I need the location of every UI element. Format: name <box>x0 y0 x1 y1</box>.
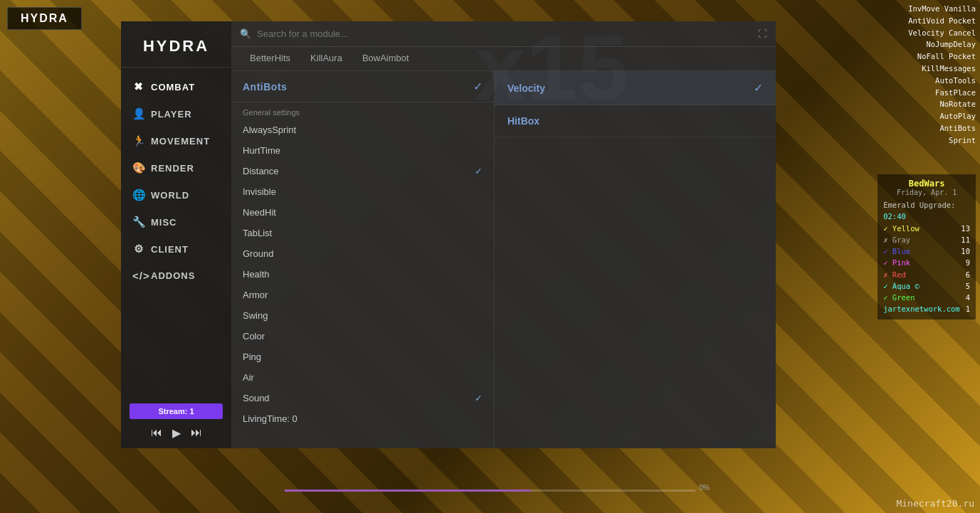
setting-label: LivingTime: 0 <box>243 413 297 424</box>
search-bar: 🔍 ⛶ <box>231 21 776 47</box>
scoreboard-emerald: Emerald Upgrade: <box>883 199 970 211</box>
setting-label: Ping <box>243 351 261 362</box>
setting-label: Color <box>243 331 265 342</box>
tab-betterhits[interactable]: BetterHits <box>240 47 300 70</box>
setting-label: Distance <box>243 166 279 176</box>
score-gray-val: 11 <box>961 234 970 245</box>
sidebar-item-combat[interactable]: ✖ COMBAT <box>121 73 231 100</box>
setting-ground[interactable]: Ground <box>231 243 494 264</box>
hud-velocity: Velocity Cancel <box>906 27 976 39</box>
setting-color[interactable]: Color <box>231 326 494 347</box>
setting-health[interactable]: Health <box>231 264 494 285</box>
setting-ping[interactable]: Ping <box>231 347 494 367</box>
setting-alwayssprint[interactable]: AlwaysSprint <box>231 120 494 140</box>
scoreboard-green: ✓ Green 4 <box>883 292 970 303</box>
sidebar-item-world[interactable]: 🌐 WORLD <box>121 181 231 208</box>
hud-right: InvMove Vanilla AntiVoid Pocket Velocity… <box>902 0 980 149</box>
sidebar-bottom: Stream: 1 ⏮ ▶ ⏭ <box>121 395 231 448</box>
score-yellow-name: ✓ Yellow <box>883 223 920 234</box>
media-play-button[interactable]: ▶ <box>172 426 181 440</box>
modules-list: Velocity ✓ HitBox <box>495 71 776 448</box>
score-green-name: ✓ Green <box>883 292 915 303</box>
scoreboard-gray: ✗ Gray 11 <box>883 234 970 245</box>
media-prev-button[interactable]: ⏮ <box>151 426 162 440</box>
score-aqua-val: 5 <box>966 280 970 292</box>
scoreboard-pink: ✓ Pink 9 <box>883 257 970 268</box>
antibots-title: AntiBots <box>243 81 287 92</box>
sidebar-item-client[interactable]: ⚙ CLIENT <box>121 236 231 263</box>
sidebar-item-player[interactable]: 👤 PLAYER <box>121 100 231 127</box>
hud-invmove: InvMove Vanilla <box>906 3 976 15</box>
sidebar-item-render[interactable]: 🎨 RENDER <box>121 154 231 181</box>
setting-invisible[interactable]: Invisible <box>231 181 494 202</box>
search-icon: 🔍 <box>240 28 251 39</box>
hud-autoplay: AutoPlay <box>906 110 976 122</box>
sidebar-item-label-render: RENDER <box>151 163 194 174</box>
progress-bar-container: 0% <box>285 490 695 492</box>
scoreboard-title: BedWars <box>883 179 970 189</box>
module-velocity[interactable]: Velocity ✓ <box>495 71 776 105</box>
scoreboard: BedWars Friday, Apr. 1 Emerald Upgrade: … <box>878 174 976 319</box>
scoreboard-blue: ✓ Blue 10 <box>883 245 970 257</box>
setting-label: Invisible <box>243 186 276 197</box>
progress-label: 0% <box>700 484 710 492</box>
setting-hurttime[interactable]: HurtTime <box>231 140 494 161</box>
main-panel: HYDRA ✖ COMBAT 👤 PLAYER 🏃 MOVEMENT 🎨 REN… <box>121 21 776 448</box>
scoreboard-emerald-timer: 02:40 <box>883 211 970 222</box>
score-gray-name: ✗ Gray <box>883 234 910 245</box>
module-hitbox-title: HitBox <box>507 115 539 127</box>
tab-killaura[interactable]: KillAura <box>300 47 352 70</box>
setting-sound[interactable]: Sound ✓ <box>231 388 494 408</box>
module-hitbox[interactable]: HitBox <box>495 105 776 137</box>
sound-check: ✓ <box>475 393 483 403</box>
media-next-button[interactable]: ⏭ <box>191 426 202 440</box>
hud-antivoid: AntiVoid Pocket <box>906 15 976 27</box>
sidebar-item-label-movement: MOVEMENT <box>151 136 210 147</box>
score-yellow-val: 13 <box>961 223 970 234</box>
sidebar-item-misc[interactable]: 🔧 MISC <box>121 208 231 236</box>
hud-nofall: NoFall Pocket <box>906 51 976 63</box>
setting-label: Sound <box>243 393 270 403</box>
setting-label: TabList <box>243 228 272 238</box>
setting-label: HurtTime <box>243 145 280 156</box>
setting-label: AlwaysSprint <box>243 125 296 135</box>
movement-icon: 🏃 <box>132 134 145 147</box>
setting-armor[interactable]: Armor <box>231 285 494 305</box>
addons-icon: </> <box>132 270 145 282</box>
sidebar-item-label-misc: MISC <box>151 217 177 228</box>
setting-label: NeedHit <box>243 207 276 218</box>
sidebar-item-label-client: CLIENT <box>151 244 189 255</box>
sidebar-logo: HYDRA <box>121 28 231 68</box>
score-red-val: 6 <box>966 269 970 280</box>
setting-livingtime[interactable]: LivingTime: 0 <box>231 408 494 429</box>
player-icon: 👤 <box>132 107 145 120</box>
mc-footer: Minecraft20.ru <box>896 498 974 509</box>
server-val: 1 <box>966 303 970 314</box>
setting-label: Ground <box>243 248 273 259</box>
search-input[interactable] <box>257 28 752 39</box>
sidebar: HYDRA ✖ COMBAT 👤 PLAYER 🏃 MOVEMENT 🎨 REN… <box>121 21 231 448</box>
module-tabs: BetterHits KillAura BowAimbot <box>231 47 776 71</box>
setting-distance[interactable]: Distance ✓ <box>231 161 494 181</box>
hud-killmessages: KillMessages <box>906 63 976 75</box>
scoreboard-aqua: ✓ Aqua © 5 <box>883 280 970 292</box>
setting-tablist[interactable]: TabList <box>231 223 494 243</box>
modules-grid: AntiBots ✓ General settings AlwaysSprint… <box>231 71 776 448</box>
expand-icon[interactable]: ⛶ <box>758 28 767 39</box>
content-area: 🔍 ⛶ BetterHits KillAura BowAimbot AntiBo… <box>231 21 776 448</box>
module-velocity-title: Velocity <box>507 83 545 94</box>
sidebar-item-movement[interactable]: 🏃 MOVEMENT <box>121 127 231 154</box>
setting-needhit[interactable]: NeedHit <box>231 202 494 223</box>
tab-bowaim[interactable]: BowAimbot <box>352 47 419 70</box>
score-red-name: ✗ Red <box>883 269 906 280</box>
emerald-timer: 02:40 <box>883 211 906 222</box>
scoreboard-server: jartexnetwork.com 1 <box>883 303 970 314</box>
antibots-header[interactable]: AntiBots ✓ <box>231 71 494 102</box>
setting-swing[interactable]: Swing <box>231 305 494 326</box>
hud-nojumpdelay: NoJumpDelay <box>906 38 976 51</box>
antibots-check: ✓ <box>473 80 483 93</box>
sidebar-item-addons[interactable]: </> ADDONS <box>121 263 231 289</box>
sidebar-item-label-world: WORLD <box>151 190 189 201</box>
emerald-label: Emerald Upgrade: <box>883 199 955 211</box>
setting-air[interactable]: Air <box>231 367 494 388</box>
